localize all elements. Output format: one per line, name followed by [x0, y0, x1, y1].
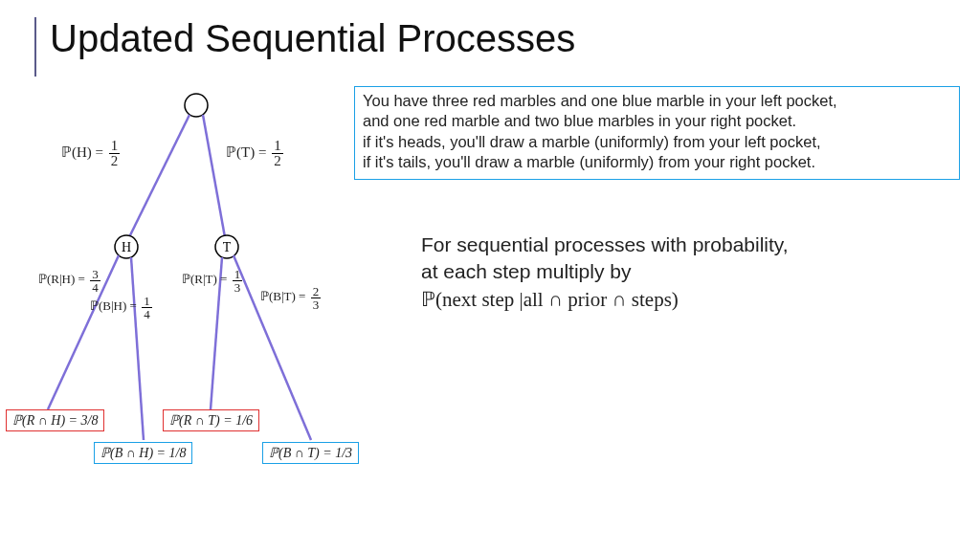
problem-line: if it's tails, you'll draw a marble (uni…: [363, 152, 951, 172]
rule-line: For sequential processes with probabilit…: [421, 231, 957, 258]
p-R-given-H: ℙ(R|H) = 34: [38, 268, 100, 294]
svg-point-0: [185, 94, 208, 117]
rule-line: at each step multiply by: [421, 258, 957, 285]
leaf-R-and-T: ℙ(R ∩ T) = 1/6: [163, 409, 259, 431]
p-B-given-T: ℙ(B|T) = 23: [260, 285, 321, 311]
probability-tree: H T ℙ(H) = 12 ℙ(T) = 12 ℙ(R|H) = 34 ℙ(B|…: [10, 86, 373, 507]
problem-box: You have three red marbles and one blue …: [354, 86, 960, 180]
rule-text: For sequential processes with probabilit…: [421, 231, 957, 313]
problem-line: You have three red marbles and one blue …: [363, 91, 951, 111]
p-of-H: ℙ(H) = 12: [61, 139, 120, 168]
svg-line-2: [203, 115, 225, 237]
rule-formula: ℙ(next step |all ∩ prior ∩ steps): [421, 286, 957, 313]
accent-bar: [34, 17, 36, 77]
p-R-given-T: ℙ(R|T) = 13: [182, 268, 242, 294]
p-of-T: ℙ(T) = 12: [226, 139, 283, 168]
svg-text:H: H: [122, 240, 131, 254]
problem-line: if it's heads, you'll draw a marble (uni…: [363, 132, 951, 152]
svg-line-8: [131, 257, 144, 440]
leaf-B-and-H: ℙ(B ∩ H) = 1/8: [94, 442, 192, 464]
page-title: Updated Sequential Processes: [50, 17, 575, 60]
problem-line: and one red marble and two blue marbles …: [363, 111, 951, 131]
leaf-R-and-H: ℙ(R ∩ H) = 3/8: [6, 409, 104, 431]
svg-line-1: [129, 115, 189, 237]
leaf-B-and-T: ℙ(B ∩ T) = 1/3: [262, 442, 359, 464]
p-B-given-H: ℙ(B|H) = 14: [90, 295, 152, 320]
svg-text:T: T: [223, 240, 232, 254]
